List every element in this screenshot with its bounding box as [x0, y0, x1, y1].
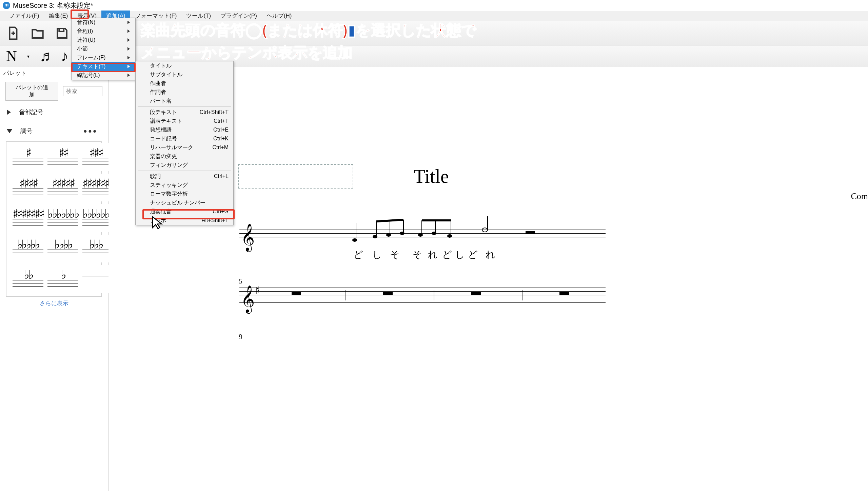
menu-edit[interactable]: 編集(E) [44, 11, 73, 21]
menu-format[interactable]: フォーマット(F) [130, 11, 182, 21]
annotation-line-2: メニューからテンポ表示を追加 [141, 43, 353, 63]
svg-rect-24 [471, 292, 481, 295]
add-palette-button[interactable]: パレットの追加 [5, 82, 58, 101]
keysig-item[interactable]: ♭ [47, 265, 78, 293]
menu-item-notes[interactable]: 音符(N) [72, 18, 135, 27]
keysig-item[interactable]: ♯ [13, 143, 43, 171]
palette-section-clefs[interactable]: 音部記号 [0, 103, 108, 121]
keysig-item[interactable]: ♯♯♯♯♯ [47, 174, 78, 201]
submenu-arrow-icon [127, 38, 130, 42]
submenu-arrow-icon [127, 30, 130, 33]
keysig-item[interactable]: ♭♭♭♭♭♭ [82, 204, 109, 232]
submenu-item-7[interactable]: 譜表テキストCtrl+T [136, 117, 233, 125]
svg-rect-22 [383, 292, 393, 295]
palette-sidebar: パレット パレットの追加 音部記号 調号 ••• ♯ ♯♯ ♯♯♯ ♯♯♯♯ ♯… [0, 67, 108, 491]
keysig-item[interactable]: ♭♭♭♭♭♭♭ [47, 204, 78, 232]
palette-search-input[interactable] [63, 86, 102, 96]
submenu-arrow-icon [127, 56, 130, 59]
keysig-item[interactable]: ♯♯♯♯♯♯ [82, 174, 109, 201]
more-icon[interactable]: ••• [84, 126, 98, 137]
svg-point-5 [373, 235, 377, 238]
submenu-item-14[interactable]: 歌詞Ctrl+L [136, 172, 233, 181]
keysig-item[interactable]: ♭♭♭ [82, 235, 109, 262]
key-sharp-icon: ♯ [255, 284, 260, 296]
submenu-item-8[interactable]: 発想標語Ctrl+E [136, 125, 233, 134]
palette-show-more[interactable]: さらに表示 [0, 297, 108, 310]
keysig-item[interactable]: ♭♭♭♭♭ [13, 235, 43, 262]
notes-measure-1[interactable] [342, 216, 505, 247]
new-file-icon[interactable] [6, 26, 20, 40]
menu-plugin[interactable]: プラグイン(P) [216, 11, 262, 21]
svg-point-2 [352, 238, 357, 242]
keysig-item[interactable]: ♯♯♯ [82, 143, 109, 171]
submenu-item-17[interactable]: ナッシュビル ナンバー [136, 198, 233, 207]
submenu-item-16[interactable]: ローマ数字分析 [136, 190, 233, 198]
rests-2 [271, 290, 607, 300]
note-32-icon[interactable]: ♪ [61, 47, 68, 65]
dropdown-text-submenu: タイトルサブタイトル作曲者作詞者パート名段テキストCtrl+Shift+T譜表テ… [135, 61, 234, 225]
submenu-item-1[interactable]: サブタイトル [136, 70, 233, 79]
window-title: MuseScore 3: 名称未設定* [13, 1, 93, 10]
keysig-item[interactable]: ♯♯ [47, 143, 78, 171]
lyric[interactable]: れ [486, 248, 495, 261]
submenu-arrow-icon [127, 74, 130, 77]
measure-number: 5 [239, 277, 242, 286]
save-icon[interactable] [55, 26, 69, 40]
keysig-item[interactable]: ♭♭♭♭ [47, 235, 78, 262]
svg-rect-19 [526, 231, 535, 234]
submenu-item-6[interactable]: 段テキストCtrl+Shift+T [136, 108, 233, 117]
app-icon [3, 2, 10, 9]
keysig-item[interactable] [82, 265, 109, 293]
annotation-line-1: 楽曲先頭の音符◯(または休符)▮を選択した状態で [141, 20, 476, 40]
keysig-item[interactable]: ♭♭ [13, 265, 43, 293]
lyric[interactable]: そ [412, 248, 422, 261]
rests-1 [515, 229, 604, 239]
keysig-item[interactable]: ♯♯♯♯♯♯♯ [13, 204, 43, 232]
measure-number: 9 [239, 332, 242, 341]
menu-tools[interactable]: ツール(T) [181, 11, 216, 21]
submenu-item-0[interactable]: タイトル [136, 61, 233, 70]
collapse-icon [7, 129, 12, 133]
submenu-item-4[interactable]: パート名 [136, 97, 233, 105]
keysig-item[interactable]: ♯♯♯♯ [13, 174, 43, 201]
submenu-item-11[interactable]: 楽器の変更 [136, 152, 233, 161]
lyric[interactable]: し [372, 248, 382, 261]
submenu-item-10[interactable]: リハーサルマークCtrl+M [136, 143, 233, 152]
key-signature-grid: ♯ ♯♯ ♯♯♯ ♯♯♯♯ ♯♯♯♯♯ ♯♯♯♯♯♯ ♯♯♯♯♯♯♯ ♭♭♭♭♭… [6, 141, 102, 297]
expand-icon [7, 110, 11, 115]
title-frame[interactable] [238, 164, 353, 189]
menu-help[interactable]: ヘルプ(H) [262, 11, 297, 21]
submenu-item-3[interactable]: 作詞者 [136, 88, 233, 97]
lyric[interactable]: そ [390, 248, 400, 261]
open-folder-icon[interactable] [31, 26, 45, 40]
menu-item-measure[interactable]: 小節 [72, 44, 135, 53]
svg-point-17 [482, 228, 488, 232]
title-bar: MuseScore 3: 名称未設定* [0, 0, 868, 11]
note-input-icon[interactable]: N [6, 47, 17, 65]
submenu-item-12[interactable]: フィンガリング [136, 161, 233, 170]
svg-rect-26 [559, 292, 569, 295]
svg-point-7 [386, 233, 391, 237]
svg-rect-0 [59, 28, 64, 32]
lyric[interactable]: ど [468, 248, 478, 261]
highlight-text-menu [71, 63, 136, 72]
menu-item-interval[interactable]: 音程(I) [72, 27, 135, 36]
score-composer[interactable]: Com [851, 191, 868, 201]
score-title[interactable]: Title [414, 165, 449, 187]
svg-rect-20 [292, 292, 301, 295]
lyric[interactable]: ど [353, 248, 363, 261]
highlight-add-menu [71, 9, 89, 19]
submenu-item-2[interactable]: 作曲者 [136, 79, 233, 88]
lyric[interactable]: し [455, 248, 465, 261]
menu-file[interactable]: ファイル(F) [4, 11, 44, 21]
menu-item-frame[interactable]: フレーム(F) [72, 53, 135, 62]
submenu-item-15[interactable]: スティッキング [136, 181, 233, 190]
palette-section-keysig[interactable]: 調号 ••• [0, 121, 108, 141]
lyric[interactable]: れ [428, 248, 438, 261]
note-64-icon[interactable]: ♬ [40, 47, 51, 65]
lyric[interactable]: ど [442, 248, 452, 261]
menu-item-tuplet[interactable]: 連符(U) [72, 36, 135, 44]
cursor-icon [151, 216, 165, 230]
submenu-item-9[interactable]: コード記号Ctrl+K [136, 134, 233, 143]
submenu-arrow-icon [127, 47, 130, 51]
